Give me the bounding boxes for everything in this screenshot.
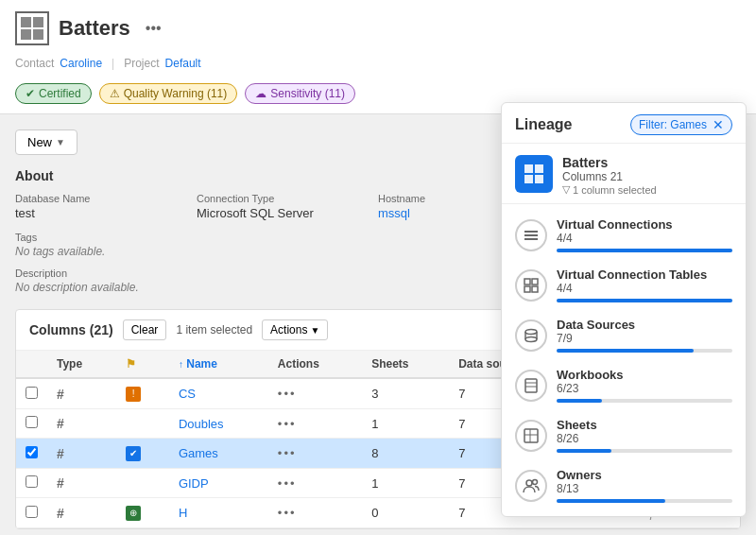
row-checkbox[interactable] [26, 416, 38, 428]
lineage-item[interactable]: Workbooks 6/23 [502, 360, 746, 410]
row-actions-button[interactable]: ••• [278, 506, 297, 520]
about-db-name: Database Name test [15, 193, 197, 220]
column-name-link[interactable]: CS [179, 387, 196, 401]
new-dropdown-arrow: ▼ [56, 137, 65, 147]
lineage-item[interactable]: Virtual Connections 4/4 [502, 210, 746, 260]
header-meta: Contact Caroline | Project Default [15, 53, 741, 78]
lineage-bar-fill [557, 299, 732, 302]
lineage-item-count: 8/26 [557, 432, 732, 445]
lineage-entity: Batters Columns 21 ▽ 1 column selected [502, 144, 746, 204]
lineage-bar-track [557, 349, 732, 353]
row-type: # [47, 439, 116, 469]
project-value[interactable]: Default [165, 57, 201, 70]
row-name[interactable]: CS [169, 378, 268, 409]
row-actions[interactable]: ••• [268, 409, 362, 439]
lineage-item-name: Virtual Connections [557, 217, 732, 232]
svg-point-14 [525, 337, 537, 341]
filter-label: Filter: Games [639, 118, 707, 131]
svg-rect-2 [524, 175, 533, 183]
column-name-link[interactable]: Doubles [179, 417, 224, 431]
row-sheets: 3 [362, 378, 449, 409]
row-quality: ✔ [116, 439, 169, 469]
new-label: New [27, 135, 52, 149]
th-sheets[interactable]: Sheets [362, 351, 449, 378]
type-hash: # [57, 475, 64, 491]
clear-button[interactable]: Clear [123, 319, 167, 340]
row-checkbox-cell[interactable] [16, 409, 47, 439]
project-label: Project [124, 57, 159, 70]
svg-point-11 [525, 329, 537, 334]
lineage-item[interactable]: Data Sources 7/9 [502, 310, 746, 360]
row-actions[interactable]: ••• [268, 439, 362, 469]
lineage-filter[interactable]: Filter: Games ✕ [630, 114, 732, 135]
type-hash: # [57, 446, 64, 461]
row-actions-button[interactable]: ••• [278, 476, 297, 491]
lineage-item-count: 4/4 [557, 282, 732, 295]
badge-certified[interactable]: ✔ Certified [15, 83, 92, 104]
row-type: # [47, 469, 116, 498]
row-actions[interactable]: ••• [268, 469, 362, 498]
columns-title: Columns (21) [29, 322, 113, 337]
lineage-bar-fill [557, 349, 694, 353]
lineage-item[interactable]: Sheets 8/26 [502, 410, 746, 460]
row-checkbox[interactable] [26, 446, 38, 458]
lineage-item[interactable]: Owners 8/13 [502, 460, 746, 510]
svg-rect-18 [524, 429, 538, 442]
new-button[interactable]: New ▼ [15, 129, 77, 155]
row-checkbox[interactable] [26, 506, 38, 518]
row-actions[interactable]: ••• [268, 498, 362, 528]
row-quality [116, 469, 169, 498]
th-actions[interactable]: Actions [268, 351, 362, 378]
entity-columns: Columns 21 [562, 170, 657, 183]
row-name[interactable]: GIDP [169, 469, 268, 498]
row-sheets: 8 [362, 439, 449, 469]
lineage-bar-fill [557, 499, 665, 503]
row-checkbox-cell[interactable] [16, 439, 47, 469]
actions-button[interactable]: Actions ▼ [262, 319, 328, 340]
badge-sensitivity[interactable]: ☁ Sensitivity (11) [245, 83, 355, 104]
column-name-link[interactable]: Games [179, 446, 218, 460]
lineage-bar-fill [557, 399, 602, 403]
row-checkbox-cell[interactable] [16, 469, 47, 498]
more-options-button[interactable]: ••• [140, 18, 167, 39]
lineage-item-name: Sheets [557, 418, 732, 432]
certified-dot: ✔ [26, 87, 35, 100]
row-checkbox[interactable] [26, 387, 38, 399]
sensitivity-label: Sensitivity (11) [270, 87, 345, 100]
conn-type-value: Microsoft SQL Server [197, 206, 378, 220]
lineage-item-count: 6/23 [557, 382, 732, 395]
row-actions-button[interactable]: ••• [278, 417, 297, 431]
row-actions[interactable]: ••• [268, 378, 362, 409]
entity-icon [515, 155, 553, 193]
badge-quality-warning[interactable]: ⚠ Quality Warning (11) [99, 83, 238, 104]
lineage-item[interactable]: Virtual Connection Tables 4/4 [502, 260, 746, 310]
lineage-item-icon-sheets [515, 420, 547, 452]
quality-icon: ⚠ [110, 87, 120, 100]
svg-rect-15 [525, 379, 537, 392]
row-type: # [47, 498, 116, 528]
lineage-item-content: Data Sources 7/9 [557, 318, 732, 353]
quality-label: Quality Warning (11) [124, 87, 228, 100]
row-name[interactable]: Doubles [169, 409, 268, 439]
filter-close-icon[interactable]: ✕ [713, 117, 724, 132]
row-name[interactable]: Games [169, 439, 268, 469]
column-name-link[interactable]: H [179, 506, 187, 520]
th-type[interactable]: Type [47, 351, 116, 378]
svg-rect-6 [524, 238, 538, 240]
page-title: Batters [59, 16, 130, 41]
header-top: Batters ••• [15, 11, 741, 53]
column-name-link[interactable]: GIDP [179, 476, 209, 491]
lineage-panel: Lineage Filter: Games ✕ Batters Columns … [501, 102, 747, 517]
row-sheets: 1 [362, 409, 449, 439]
row-actions-button[interactable]: ••• [278, 387, 297, 401]
row-actions-button[interactable]: ••• [278, 446, 297, 460]
row-checkbox-cell[interactable] [16, 498, 47, 528]
th-name[interactable]: ↑ Name [169, 351, 268, 378]
actions-label: Actions [270, 323, 307, 337]
row-checkbox-cell[interactable] [16, 378, 47, 409]
lineage-item-icon-workbooks [515, 370, 547, 402]
row-name[interactable]: H [169, 498, 268, 528]
lineage-items: Virtual Connections 4/4 Virtual Connecti… [502, 204, 746, 516]
contact-value[interactable]: Caroline [60, 57, 102, 70]
row-checkbox[interactable] [26, 475, 38, 488]
